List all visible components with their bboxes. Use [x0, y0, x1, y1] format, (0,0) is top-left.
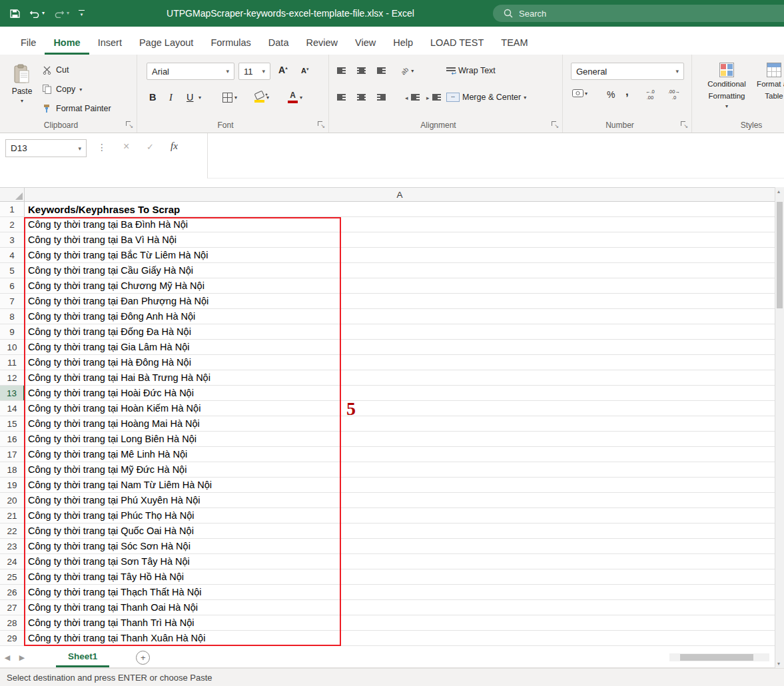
row-header[interactable]: 10 — [0, 340, 25, 354]
cell[interactable]: Công ty thời trang tại Ba Vì Hà Nội — [25, 232, 775, 247]
align-center-button[interactable] — [357, 89, 366, 105]
row-header[interactable]: 17 — [0, 447, 25, 462]
wrap-text-button[interactable]: Wrap Text — [446, 63, 496, 79]
sheet-nav-left-icon[interactable] — [0, 653, 15, 662]
sheet-tab-sheet1[interactable]: Sheet1 — [56, 647, 109, 667]
chevron-down-icon[interactable] — [226, 68, 229, 75]
new-sheet-button[interactable] — [136, 651, 150, 665]
increase-font-size-button[interactable] — [278, 65, 288, 75]
accounting-format-button[interactable] — [572, 89, 588, 97]
chevron-down-icon[interactable] — [675, 68, 679, 75]
cell[interactable]: Công ty thời trang tại Đan Phượng Hà Nội — [25, 294, 775, 308]
cell[interactable]: Keywords/Keyphrases To Scrap — [25, 202, 775, 216]
row-header[interactable]: 1 — [0, 202, 25, 216]
chevron-down-icon[interactable] — [78, 145, 81, 152]
format-as-table-button[interactable]: Format as Table — [747, 59, 784, 101]
align-left-button[interactable] — [337, 89, 346, 105]
font-size-combobox[interactable]: 11 — [238, 63, 270, 80]
cut-button[interactable]: Cut — [41, 63, 111, 77]
ribbon-tab-file[interactable]: File — [12, 38, 45, 55]
enter-icon[interactable] — [147, 142, 154, 152]
row-header[interactable]: 3 — [0, 232, 25, 247]
align-right-button[interactable] — [377, 89, 386, 105]
horizontal-scrollbar-thumb[interactable] — [680, 654, 753, 661]
number-format-combobox[interactable]: General — [571, 63, 684, 80]
row-header[interactable]: 18 — [0, 462, 25, 477]
insert-function-button[interactable]: fx — [171, 141, 178, 152]
decrease-decimal-button[interactable] — [668, 89, 680, 101]
chevron-down-icon[interactable] — [42, 11, 45, 16]
cell[interactable]: Công ty thời trang tại Sóc Sơn Hà Nội — [25, 539, 775, 553]
cell[interactable]: Công ty thời trang tại Chương Mỹ Hà Nội — [25, 278, 775, 293]
row-header[interactable]: 4 — [0, 248, 25, 262]
row-header[interactable]: 20 — [0, 493, 25, 508]
cell[interactable]: Công ty thời trang tại Thạch Thất Hà Nội — [25, 585, 775, 599]
clipboard-dialog-launcher[interactable] — [126, 121, 133, 128]
font-color-button[interactable] — [288, 89, 302, 105]
row-header[interactable]: 24 — [0, 554, 25, 569]
cell[interactable]: Công ty thời trang tại Đông Anh Hà Nội — [25, 309, 775, 324]
underline-button[interactable]: U — [187, 89, 193, 105]
decrease-indent-button[interactable] — [405, 89, 420, 105]
top-align-button[interactable] — [337, 63, 346, 79]
orientation-button[interactable] — [401, 63, 414, 79]
name-box[interactable]: D13 — [5, 139, 87, 157]
copy-button[interactable]: Copy — [41, 82, 111, 97]
cell[interactable]: Công ty thời trang tại Cầu Giấy Hà Nội — [25, 263, 775, 278]
chevron-down-icon[interactable] — [67, 11, 69, 16]
alignment-dialog-launcher[interactable] — [552, 121, 558, 128]
row-header[interactable]: 13 — [0, 386, 25, 400]
undo-button[interactable] — [26, 6, 48, 21]
save-button[interactable] — [7, 6, 23, 21]
comma-style-button[interactable]: , — [625, 85, 629, 99]
row-header[interactable]: 9 — [0, 324, 25, 339]
cell[interactable]: Công ty thời trang tại Phú Xuyên Hà Nội — [25, 493, 775, 508]
increase-indent-button[interactable] — [426, 89, 441, 105]
select-all-button[interactable] — [0, 188, 25, 201]
borders-button[interactable] — [222, 89, 237, 105]
cell[interactable]: Công ty thời trang tại Hai Bà Trưng Hà N… — [25, 370, 775, 385]
row-header[interactable]: 12 — [0, 370, 25, 385]
conditional-formatting-button[interactable]: Conditional Formatting — [700, 59, 753, 109]
fill-color-button[interactable] — [254, 89, 269, 105]
row-header[interactable]: 6 — [0, 278, 25, 293]
chevron-down-icon[interactable] — [262, 68, 265, 75]
cell[interactable]: Công ty thời trang tại Bắc Từ Liêm Hà Nộ… — [25, 248, 775, 262]
font-name-combobox[interactable]: Arial — [147, 63, 234, 80]
cell[interactable]: Công ty thời trang tại Quốc Oai Hà Nội — [25, 523, 775, 538]
font-dialog-launcher[interactable] — [318, 121, 324, 128]
cell[interactable]: Công ty thời trang tại Mê Linh Hà Nội — [25, 447, 775, 462]
ribbon-tab-formulas[interactable]: Formulas — [202, 38, 259, 55]
middle-align-button[interactable] — [357, 63, 366, 79]
percent-style-button[interactable]: % — [607, 89, 615, 100]
bold-button[interactable]: B — [149, 89, 156, 105]
row-header[interactable]: 8 — [0, 309, 25, 324]
search-box[interactable]: Search — [493, 5, 784, 22]
cell[interactable]: Công ty thời trang tại Hoàng Mai Hà Nội — [25, 416, 775, 431]
ribbon-tab-page-layout[interactable]: Page Layout — [131, 38, 202, 55]
paste-button[interactable]: Paste — [5, 59, 39, 120]
row-header[interactable]: 22 — [0, 523, 25, 538]
underline-options-button[interactable] — [198, 89, 201, 105]
row-header[interactable]: 25 — [0, 569, 25, 584]
cell[interactable]: Công ty thời trang tại Thanh Xuân Hà Nội — [25, 631, 775, 645]
row-header[interactable]: 21 — [0, 508, 25, 523]
cell[interactable]: Công ty thời trang tại Tây Hồ Hà Nội — [25, 569, 775, 584]
row-header[interactable]: 23 — [0, 539, 25, 553]
ribbon-tab-insert[interactable]: Insert — [89, 38, 131, 55]
ribbon-tab-team[interactable]: TEAM — [492, 38, 536, 55]
ribbon-tab-help[interactable]: Help — [384, 38, 422, 55]
cell[interactable]: Công ty thời trang tại Hà Đông Hà Nội — [25, 355, 775, 370]
customize-quick-access-toolbar-button[interactable] — [75, 7, 88, 19]
cell[interactable]: Công ty thời trang tại Hoàn Kiếm Hà Nội — [25, 401, 775, 416]
ribbon-tab-home[interactable]: Home — [45, 38, 89, 55]
cell[interactable]: Công ty thời trang tại Đống Đa Hà Nội — [25, 324, 775, 339]
row-header[interactable]: 26 — [0, 585, 25, 599]
cell[interactable]: Công ty thời trang tại Nam Từ Liêm Hà Nộ… — [25, 478, 775, 492]
row-header[interactable]: 15 — [0, 416, 25, 431]
cell[interactable]: Công ty thời trang tại Mỹ Đức Hà Nội — [25, 462, 775, 477]
decrease-font-size-button[interactable] — [301, 67, 308, 75]
row-header[interactable]: 19 — [0, 478, 25, 492]
sheet-nav-right-icon[interactable] — [15, 653, 29, 662]
vertical-scrollbar[interactable] — [775, 187, 784, 668]
